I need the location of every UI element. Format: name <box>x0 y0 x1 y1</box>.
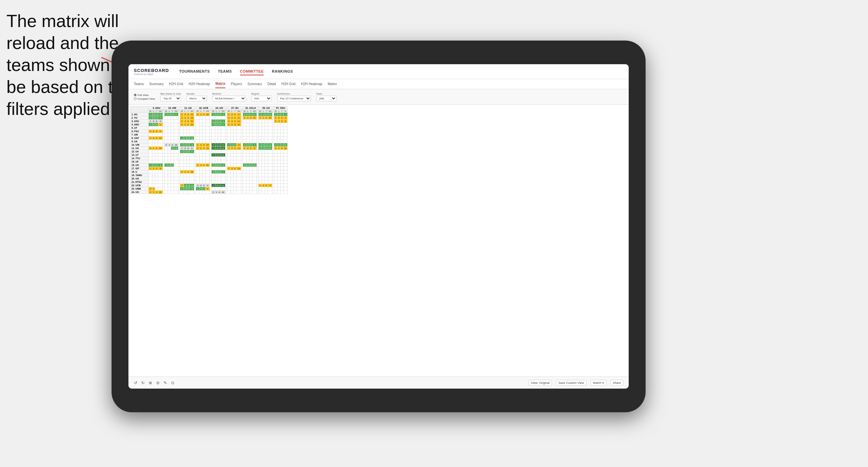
matrix-cell <box>164 137 168 140</box>
subnav-matrix2[interactable]: Matrix <box>328 80 337 88</box>
matrix-cell: 1 <box>262 113 265 116</box>
col-ucla: 31. UCLA <box>243 106 258 110</box>
matrix-cell <box>265 150 268 153</box>
subnav-players[interactable]: Players <box>231 80 242 88</box>
nav-rankings[interactable]: RANKINGS <box>272 68 293 75</box>
matrix-cell <box>278 174 281 177</box>
matrix-cell <box>278 157 281 160</box>
compact-view-radio[interactable]: Compact View <box>134 97 155 100</box>
matrix-cell <box>246 140 249 143</box>
add-icon[interactable]: ⊕ <box>149 380 152 385</box>
subnav-detail[interactable]: Detail <box>267 80 276 88</box>
matrix-cell <box>221 180 225 184</box>
row-team-name: 9. UA <box>130 140 149 143</box>
nav-teams[interactable]: TEAMS <box>218 68 232 75</box>
undo-icon[interactable]: ↺ <box>134 380 137 385</box>
wlt-l7: L <box>246 110 249 113</box>
matrix-cell <box>158 133 163 137</box>
redo-icon[interactable]: ↻ <box>141 380 145 385</box>
matrix-cell <box>268 120 272 123</box>
matrix-cell <box>265 130 268 133</box>
matrix-cell: 1 <box>180 137 184 140</box>
matrix-cell <box>283 137 287 140</box>
table-row: 19. TAMU <box>130 174 288 177</box>
region-label: Region <box>251 93 272 95</box>
table-row: 24. UO2102021022 <box>130 191 288 194</box>
nav-tournaments[interactable]: TOURNAMENTS <box>179 68 210 75</box>
matrix-cell <box>278 180 281 184</box>
matrix-cell <box>249 126 252 130</box>
matrix-cell <box>227 130 231 133</box>
matrix-cell: 2 <box>149 147 152 150</box>
matrix-cell <box>149 150 152 153</box>
matrix-cell <box>155 187 158 191</box>
matrix-cell: 0 <box>155 137 158 140</box>
table-row: 22. UCB200-111002200151004 <box>130 184 288 187</box>
subnav-summary2[interactable]: Summary <box>247 80 262 88</box>
matrix-cell: 0 <box>202 164 206 167</box>
matrix-cell <box>190 174 194 177</box>
subnav-matrix1[interactable]: Matrix <box>215 80 225 88</box>
matrix-cell: 0 <box>187 123 190 126</box>
matrix-cell: 0 <box>171 164 174 167</box>
matrix-cell: 34 <box>268 116 272 120</box>
subnav-h2hheatmap1[interactable]: H2H Heatmap <box>189 80 210 88</box>
max-teams-select[interactable]: Top 25 <box>160 96 181 101</box>
save-custom-btn[interactable]: Save Custom View <box>556 380 586 386</box>
nav-committee[interactable]: COMMITTEE <box>240 68 264 75</box>
region-select[interactable]: N/A <box>251 96 272 101</box>
gender-select[interactable]: Men's <box>187 96 207 101</box>
view-original-btn[interactable]: View: Original <box>529 380 552 386</box>
watch-btn[interactable]: Watch ▾ <box>590 380 606 386</box>
subnav-summary1[interactable]: Summary <box>149 80 164 88</box>
matrix-cell <box>231 164 234 167</box>
subnav-h2hheatmap2[interactable]: H2H Heatmap <box>301 80 322 88</box>
tablet-device: SCOREBOARD Powered by clippd TOURNAMENTS… <box>112 41 646 412</box>
matrix-cell <box>258 123 262 126</box>
matrix-cell <box>187 130 190 133</box>
matrix-cell <box>202 133 206 137</box>
team-select[interactable]: (All) <box>316 96 337 101</box>
matrix-cell: 13 <box>206 147 210 150</box>
matrix-cell: 0 <box>249 164 252 167</box>
matrix-cell <box>268 133 272 137</box>
matrix-cell <box>243 157 246 160</box>
matrix-cell: 15 <box>268 147 272 150</box>
main-nav-items: TOURNAMENTS TEAMS COMMITTEE RANKINGS <box>179 68 293 75</box>
matrix-cell <box>243 191 246 194</box>
share-btn[interactable]: Share <box>610 380 623 386</box>
full-view-radio[interactable]: Full View <box>134 94 155 97</box>
matrix-cell <box>283 130 287 133</box>
matrix-cell <box>221 130 225 133</box>
settings-icon[interactable]: ⊙ <box>171 380 174 385</box>
matrix-cell: 0 <box>283 120 287 123</box>
matrix-cell <box>243 150 246 153</box>
matrix-cell: 22 <box>190 120 194 123</box>
matrix-cell <box>212 157 215 160</box>
matrix-cell <box>231 174 234 177</box>
matrix-cell: -11 <box>237 147 241 150</box>
matrix-cell <box>237 130 241 133</box>
row-team-name: 16. UO <box>130 164 149 167</box>
conference-select[interactable]: Pac-12 Conference <box>277 96 311 101</box>
matrix-cell: 1 <box>180 187 184 191</box>
matrix-cell: 2 <box>180 170 184 174</box>
subnav-h2hgrid1[interactable]: H2H Grid <box>169 80 183 88</box>
matrix-cell: 1 <box>243 143 246 147</box>
col-uu: 54. UU <box>258 106 274 110</box>
edit-icon[interactable]: ✎ <box>164 380 167 385</box>
matrix-cell <box>237 174 241 177</box>
matrix-cell <box>243 153 246 157</box>
matrix-cell <box>196 137 200 140</box>
matrix-area[interactable]: 3. ASU 10. UW 11. UA 22. UCB 24. UO 27. … <box>128 105 629 389</box>
wlt-t9: T <box>281 110 284 113</box>
matrix-cell <box>187 167 190 170</box>
matrix-cell <box>196 170 200 174</box>
remove-icon[interactable]: ⊘ <box>156 380 160 385</box>
division-select[interactable]: NCAA Division I <box>212 96 246 101</box>
subnav-h2hgrid2[interactable]: H2H Grid <box>281 80 295 88</box>
matrix-cell: -3 <box>283 116 287 120</box>
matrix-cell <box>196 150 200 153</box>
matrix-cell: 0 <box>262 184 265 187</box>
subnav-teams[interactable]: Teams <box>134 80 144 88</box>
